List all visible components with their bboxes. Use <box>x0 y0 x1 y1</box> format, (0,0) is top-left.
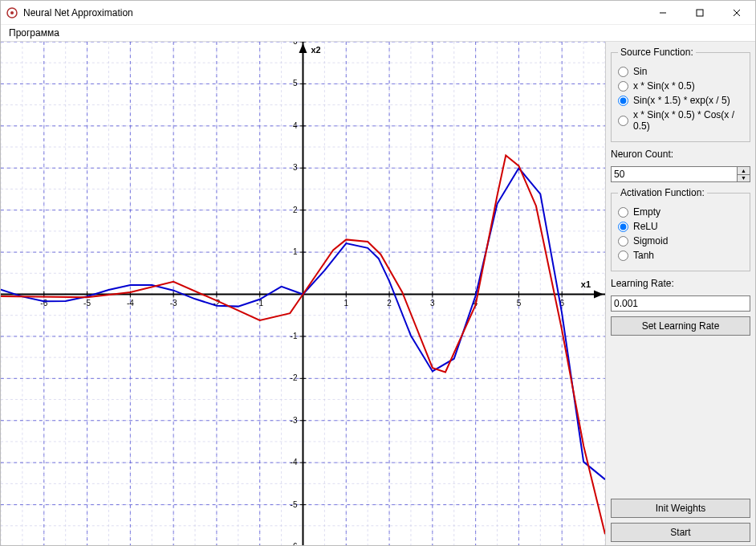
learning-rate-label: Learning Rate: <box>611 278 750 289</box>
svg-text:-5: -5 <box>291 500 298 509</box>
svg-text:2: 2 <box>293 206 298 214</box>
activation-group: Activation Function: Empty ReLU Sigmoid … <box>611 187 750 271</box>
svg-marker-88 <box>594 290 604 298</box>
src-sin[interactable]: Sin <box>618 66 743 77</box>
radio-xsin[interactable] <box>618 81 628 92</box>
menubar: Программа <box>1 25 755 41</box>
svg-text:1: 1 <box>293 247 298 256</box>
spin-down-icon[interactable]: ▼ <box>738 175 750 182</box>
src-xsincos[interactable]: x * Sin(x * 0.5) * Cos(x / 0.5) <box>618 109 743 132</box>
radio-sin[interactable] <box>618 67 628 77</box>
src-xsin[interactable]: x * Sin(x * 0.5) <box>618 80 743 92</box>
menu-program[interactable]: Программа <box>4 26 64 40</box>
svg-text:5: 5 <box>517 299 522 308</box>
source-function-legend: Source Function: <box>618 47 696 58</box>
side-panel: Source Function: Sin x * Sin(x * 0.5) Si… <box>605 42 755 546</box>
init-weights-button[interactable]: Init Weights <box>611 499 750 518</box>
svg-marker-89 <box>299 43 307 53</box>
svg-text:-4: -4 <box>291 458 298 467</box>
svg-text:3: 3 <box>430 299 435 308</box>
act-tanh[interactable]: Tanh <box>618 250 743 261</box>
neuron-count-input[interactable] <box>612 167 737 181</box>
svg-text:6: 6 <box>293 42 298 46</box>
chart: -6-5-4-3-2-1123456-6-5-4-3-2-1123456x1x2 <box>1 42 605 546</box>
radio-tanh[interactable] <box>618 251 628 261</box>
radio-sinexp[interactable] <box>618 96 628 106</box>
learning-rate-input[interactable] <box>611 295 750 312</box>
set-learning-rate-button[interactable]: Set Learning Rate <box>611 316 750 336</box>
window-title: Neural Net Approximation <box>23 7 133 18</box>
svg-point-1 <box>10 11 14 14</box>
svg-text:5: 5 <box>293 79 298 88</box>
svg-text:1: 1 <box>344 299 349 308</box>
app-icon <box>6 6 18 19</box>
act-empty[interactable]: Empty <box>618 206 743 218</box>
neuron-count-spinner[interactable]: ▲ ▼ <box>611 166 750 182</box>
source-function-group: Source Function: Sin x * Sin(x * 0.5) Si… <box>611 47 750 142</box>
svg-text:-4: -4 <box>127 299 134 308</box>
activation-legend: Activation Function: <box>618 187 707 198</box>
svg-text:-3: -3 <box>291 416 298 425</box>
svg-text:2: 2 <box>387 299 392 308</box>
maximize-button[interactable] <box>681 1 718 25</box>
svg-text:-5: -5 <box>83 299 91 308</box>
spin-up-icon[interactable]: ▲ <box>738 167 750 175</box>
svg-text:x2: x2 <box>311 45 320 55</box>
radio-relu[interactable] <box>618 222 628 232</box>
act-sigmoid[interactable]: Sigmoid <box>618 235 743 247</box>
svg-text:4: 4 <box>293 121 298 130</box>
minimize-button[interactable] <box>644 1 681 25</box>
neuron-count-label: Neuron Count: <box>611 149 750 160</box>
act-relu[interactable]: ReLU <box>618 221 743 232</box>
radio-empty[interactable] <box>618 207 628 218</box>
svg-text:-3: -3 <box>170 299 177 308</box>
svg-text:-6: -6 <box>40 299 47 308</box>
titlebar: Neural Net Approximation <box>1 1 755 25</box>
svg-text:x1: x1 <box>581 279 591 289</box>
svg-text:3: 3 <box>293 163 298 172</box>
svg-text:-6: -6 <box>291 542 298 546</box>
radio-sigmoid[interactable] <box>618 236 628 247</box>
start-button[interactable]: Start <box>611 523 750 542</box>
close-button[interactable] <box>718 1 755 25</box>
svg-text:-1: -1 <box>291 332 298 340</box>
src-sinexp[interactable]: Sin(x * 1.5) * exp(x / 5) <box>618 95 743 106</box>
svg-rect-3 <box>697 10 703 16</box>
svg-text:-2: -2 <box>291 373 298 382</box>
radio-xsincos[interactable] <box>618 116 628 126</box>
